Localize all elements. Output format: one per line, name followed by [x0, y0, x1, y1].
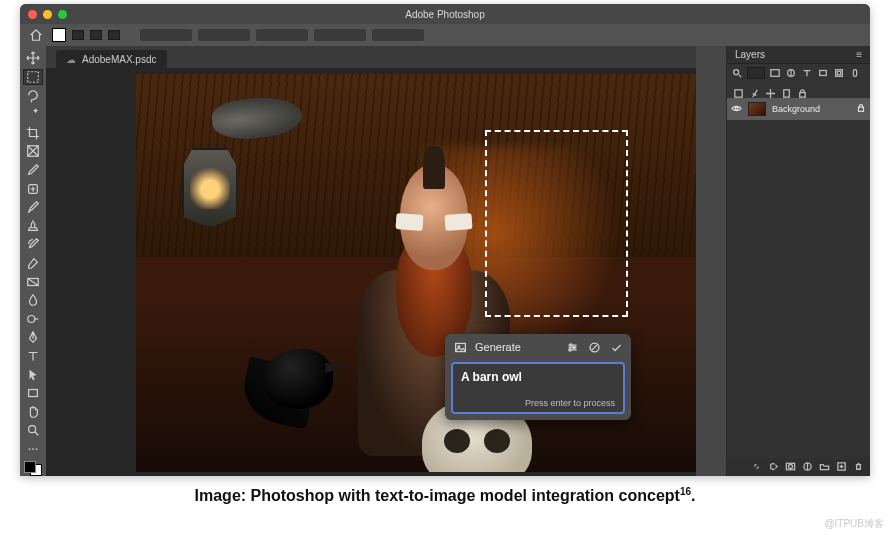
search-icon[interactable] [731, 67, 743, 79]
clone-stamp-tool[interactable] [23, 217, 43, 234]
blur-tool[interactable] [23, 292, 43, 309]
lantern-illustration [172, 98, 282, 258]
option-field[interactable] [198, 29, 250, 41]
hand-tool[interactable] [23, 404, 43, 421]
option-swatch[interactable] [52, 28, 66, 42]
settings-sliders-icon[interactable] [565, 340, 579, 354]
svg-rect-10 [455, 343, 465, 351]
document-tab-bar: ☁ AdobeMAX.psdc [46, 46, 696, 68]
titlebar: Adobe Photoshop [20, 4, 870, 24]
lock-position-icon[interactable] [765, 85, 776, 96]
lock-artboard-icon[interactable] [781, 85, 792, 96]
option-mode-1[interactable] [72, 30, 84, 40]
layer-lock-icon[interactable] [856, 103, 866, 115]
svg-point-7 [29, 448, 31, 450]
zoom-tool[interactable] [23, 422, 43, 439]
option-mode-3[interactable] [108, 30, 120, 40]
option-field[interactable] [256, 29, 308, 41]
visibility-icon[interactable] [731, 103, 742, 116]
layer-filter-select[interactable] [747, 67, 765, 79]
filter-smart-icon[interactable] [833, 67, 845, 79]
option-field[interactable] [140, 29, 192, 41]
layers-panel: Layers ≡ [726, 46, 870, 476]
panel-menu-icon[interactable]: ≡ [856, 49, 862, 60]
healing-brush-tool[interactable] [23, 180, 43, 197]
option-field[interactable] [314, 29, 366, 41]
dodge-tool[interactable] [23, 311, 43, 328]
marquee-tool[interactable] [23, 69, 43, 86]
filter-image-icon[interactable] [769, 67, 781, 79]
layer-filter-bar [727, 64, 870, 82]
svg-point-29 [788, 464, 792, 468]
brush-tool[interactable] [23, 199, 43, 216]
adjustment-layer-icon[interactable] [802, 458, 813, 476]
crow-illustration [243, 329, 363, 439]
path-selection-tool[interactable] [23, 366, 43, 383]
collapsed-panel-dock[interactable] [696, 46, 726, 476]
svg-rect-27 [859, 107, 864, 111]
generate-title: Generate [475, 341, 557, 353]
rectangle-tool[interactable] [23, 385, 43, 402]
svg-point-26 [735, 107, 738, 110]
svg-rect-19 [820, 71, 827, 76]
group-icon[interactable] [819, 458, 830, 476]
option-mode-2[interactable] [90, 30, 102, 40]
filter-toggle-icon[interactable] [849, 67, 861, 79]
svg-rect-23 [735, 89, 742, 96]
app-title: Adobe Photoshop [20, 9, 870, 20]
layer-row-background[interactable]: Background [727, 98, 870, 120]
document-tab[interactable]: ☁ AdobeMAX.psdc [56, 50, 167, 68]
generate-prompt-value: A barn owl [461, 370, 615, 384]
foreground-background-swatch[interactable] [24, 461, 42, 476]
svg-rect-17 [771, 70, 779, 77]
eyedropper-tool[interactable] [23, 162, 43, 179]
eraser-tool[interactable] [23, 255, 43, 272]
layer-style-icon[interactable] [768, 458, 779, 476]
svg-point-16 [734, 70, 739, 75]
generate-popover: Generate A barn owl Press enter to proce… [445, 334, 631, 420]
edit-toolbar-icon[interactable] [23, 441, 43, 458]
type-tool[interactable] [23, 348, 43, 365]
svg-rect-25 [800, 92, 806, 97]
svg-rect-24 [784, 89, 790, 96]
pen-tool[interactable] [23, 329, 43, 346]
svg-rect-0 [28, 72, 39, 83]
selection-marquee[interactable] [485, 130, 628, 317]
svg-point-6 [29, 426, 36, 433]
generate-prompt-input[interactable]: A barn owl Press enter to process [451, 362, 625, 414]
svg-rect-5 [29, 390, 38, 397]
layer-thumbnail [748, 102, 766, 116]
options-bar [20, 24, 870, 46]
filter-type-icon[interactable] [801, 67, 813, 79]
link-layers-icon[interactable] [751, 458, 762, 476]
confirm-icon[interactable] [609, 340, 623, 354]
svg-point-8 [32, 448, 34, 450]
layers-panel-tab[interactable]: Layers [735, 49, 765, 60]
move-tool[interactable] [23, 50, 43, 67]
layer-mask-icon[interactable] [785, 458, 796, 476]
document-tab-label: AdobeMAX.psdc [82, 54, 157, 65]
gradient-tool[interactable] [23, 273, 43, 290]
image-icon [453, 340, 467, 354]
svg-rect-20 [836, 70, 843, 77]
history-brush-tool[interactable] [23, 236, 43, 253]
svg-point-9 [36, 448, 38, 450]
filter-adjust-icon[interactable] [785, 67, 797, 79]
magic-wand-tool[interactable] [23, 106, 43, 123]
lasso-tool[interactable] [23, 87, 43, 104]
filter-shape-icon[interactable] [817, 67, 829, 79]
svg-rect-21 [837, 71, 840, 74]
delete-layer-icon[interactable] [853, 458, 864, 476]
new-layer-icon[interactable] [836, 458, 847, 476]
generate-prompt-hint: Press enter to process [461, 398, 615, 408]
option-field[interactable] [372, 29, 424, 41]
home-icon[interactable] [26, 25, 46, 45]
lock-pixels-icon[interactable] [749, 85, 760, 96]
lock-icon[interactable] [797, 85, 808, 96]
lock-all-icon[interactable] [733, 85, 744, 96]
cancel-icon[interactable] [587, 340, 601, 354]
watermark: @ITPUB博客 [824, 517, 884, 531]
layers-panel-footer [727, 458, 870, 476]
crop-tool[interactable] [23, 124, 43, 141]
frame-tool[interactable] [23, 143, 43, 160]
